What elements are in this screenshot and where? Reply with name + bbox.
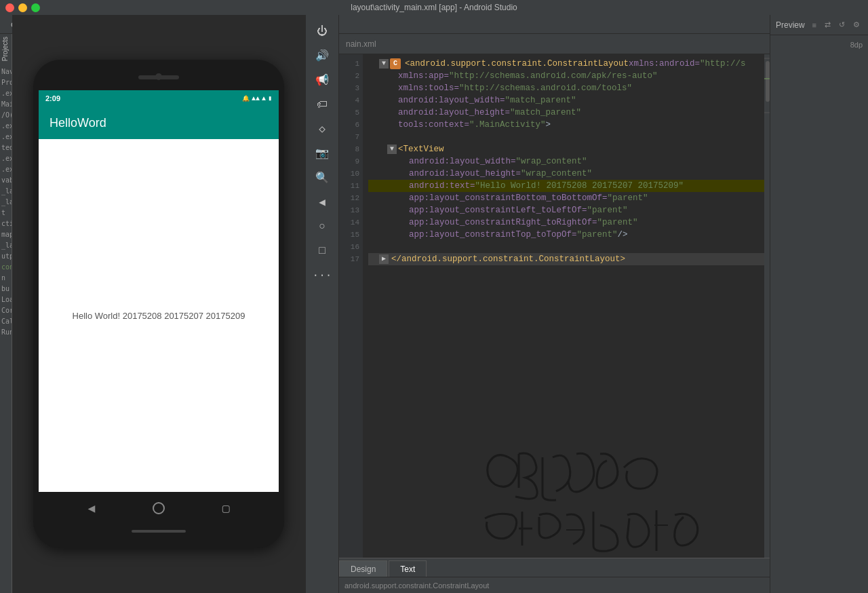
left-item-14: ctivit	[1, 218, 10, 229]
code-line-14: app:layout_constraintRight_toRightOf="pa…	[368, 216, 764, 229]
close-tag: </android.support.constraint.ConstraintL…	[391, 253, 625, 265]
line-num-3: 3	[355, 82, 359, 94]
preview-settings-btn[interactable]: ⚙	[850, 19, 863, 31]
attr-tw-text: android:text=	[409, 180, 475, 192]
status-text: android.support.constraint.ConstraintLay…	[344, 581, 489, 590]
window-controls[interactable]	[5, 3, 40, 12]
bottom-tabs: Design Text	[339, 558, 770, 577]
line-num-6: 6	[355, 119, 359, 131]
minimize-button[interactable]	[18, 3, 27, 12]
vertical-scrollbar[interactable]	[764, 54, 770, 559]
project-panel: Projects Navi Proje .exa Main /O( .exa .…	[0, 34, 12, 593]
fold-icon-1[interactable]: ▼	[379, 59, 389, 69]
code-line-5: android:layout_height="match_parent"	[368, 107, 764, 119]
fold-icon-8[interactable]: ▼	[387, 145, 397, 154]
title-bar: layout\activity_main.xml [app] - Android…	[0, 0, 868, 15]
circle-icon[interactable]: ○	[313, 217, 332, 236]
square-icon[interactable]: □	[313, 242, 332, 261]
fold-icon-17[interactable]: ▶	[379, 254, 389, 264]
attr-constraint-bottom: app:layout_constraintBottom_toBottomOf=	[409, 192, 608, 204]
maximize-button[interactable]	[31, 3, 40, 12]
preview-refresh-btn[interactable]: ↺	[836, 19, 848, 31]
val-constraint-bottom: "parent"	[608, 192, 648, 204]
volume-icon[interactable]: 🔊	[313, 46, 332, 65]
phone-app-title: HelloWord	[50, 116, 106, 130]
tag-open: <android.support.constraint.ConstraintLa…	[405, 58, 629, 70]
phone-hello-world: Hello World! 20175208 20175207 20175209	[73, 311, 245, 321]
zoom-icon[interactable]: 🔍	[313, 168, 332, 187]
power-icon[interactable]: ⏻	[313, 22, 332, 41]
phone-time: 2:09	[45, 94, 60, 102]
line-numbers: 1 2 3 4 5 6 7 8 9 10 11 12 13 14 15 16 1…	[339, 54, 363, 559]
line-num-12: 12	[351, 192, 359, 204]
volume-up-icon[interactable]: 📢	[313, 71, 332, 90]
bracket-close: >	[546, 119, 551, 131]
tab-text[interactable]: Text	[389, 560, 427, 577]
phone-speaker	[138, 75, 179, 79]
left-item-13: t	[1, 208, 10, 218]
code-editor[interactable]: 1 2 3 4 5 6 7 8 9 10 11 12 13 14 15 16 1…	[339, 54, 770, 559]
self-close: />	[618, 229, 628, 241]
code-content[interactable]: ▼ C <android.support.constraint.Constrai…	[363, 54, 770, 559]
line-num-4: 4	[355, 94, 359, 107]
left-item-9: .exa	[1, 164, 10, 175]
val-tw-height: "wrap_content"	[521, 168, 592, 180]
line-num-7: 7	[355, 131, 359, 143]
left-item-19: n bu	[1, 273, 10, 294]
phone-mockup: 2:09 🔔 ▲▲ ▲ ▮ HelloWord Hello World! 201…	[33, 60, 284, 548]
phone-back-btn[interactable]: ◀	[87, 501, 95, 516]
left-item-5: .exa	[1, 121, 10, 132]
code-line-11: android:text="Hello World! 20175208 2017…	[368, 180, 764, 192]
val-tw-width: "wrap_content"	[516, 155, 587, 168]
line-num-11: 11	[351, 180, 359, 192]
left-item-16: _lau	[1, 240, 10, 251]
line-num-5: 5	[355, 107, 359, 119]
line-num-1: 1	[355, 58, 359, 70]
val-layout-width: "match_parent"	[505, 94, 576, 107]
left-item-2[interactable]: .exa	[1, 88, 10, 99]
more-icon[interactable]: ···	[313, 266, 332, 285]
diamond-icon[interactable]: ◇	[313, 119, 332, 138]
back-icon[interactable]: ◀	[313, 193, 332, 212]
preview-layers-btn[interactable]: ≡	[810, 20, 819, 31]
left-item-0[interactable]: Navi	[1, 66, 10, 77]
line-num-15: 15	[351, 229, 359, 241]
phone-recents-btn[interactable]: ▢	[222, 501, 230, 516]
close-button[interactable]	[5, 3, 14, 12]
preview-toggle-btn[interactable]: ⇄	[822, 19, 833, 31]
phone-toolbar: HelloWord	[39, 107, 279, 139]
minimap-line-1	[764, 58, 770, 59]
preview-tools[interactable]: ≡ ⇄ ↺ ⚙	[810, 19, 863, 31]
code-line-12: app:layout_constraintBottom_toBottomOf="…	[368, 192, 764, 204]
c-indicator: C	[390, 58, 401, 69]
left-item-8: .exa	[1, 153, 10, 164]
phone-signal-icon: ▲▲	[252, 95, 260, 102]
left-item-6: .exam	[1, 132, 10, 142]
code-line-16	[368, 241, 764, 253]
phone-notif-icon: 🔔	[242, 95, 250, 102]
left-item-11: _lau	[1, 186, 10, 197]
code-line-17: ▶ </android.support.constraint.Constrain…	[368, 253, 764, 265]
left-item-3[interactable]: Main	[1, 99, 10, 110]
breadcrumb: nain.xml	[339, 34, 770, 54]
breadcrumb-path: nain.xml	[346, 39, 376, 49]
attr-constraint-right: app:layout_constraintRight_toRightOf=	[409, 216, 597, 229]
left-item-17: utpu	[1, 251, 10, 262]
phone-home-btn[interactable]	[153, 502, 165, 514]
tab-design[interactable]: Design	[339, 560, 387, 577]
camera-icon[interactable]: 📷	[313, 144, 332, 163]
phone-wifi-icon: ▲	[262, 95, 266, 102]
code-line-6: tools:context=".MainActivity">	[368, 119, 764, 131]
code-line-4: android:layout_width="match_parent"	[368, 94, 764, 107]
val-tw-text: "Hello World! 20175208 20175207 20175209…	[475, 180, 684, 192]
minimap-line-2	[764, 112, 770, 113]
left-item-4[interactable]: /O(	[1, 110, 10, 121]
phone-content: Hello World! 20175208 20175207 20175209	[39, 139, 279, 492]
left-item-1[interactable]: Proje	[1, 77, 10, 88]
code-line-8: ▼ <TextView	[368, 143, 764, 155]
tag-icon[interactable]: 🏷	[313, 95, 332, 114]
code-line-15: app:layout_constraintTop_toTopOf="parent…	[368, 229, 764, 241]
project-label: Projects	[1, 37, 9, 61]
phone-top-bar	[39, 70, 279, 90]
line-num-8: 8	[355, 143, 359, 155]
